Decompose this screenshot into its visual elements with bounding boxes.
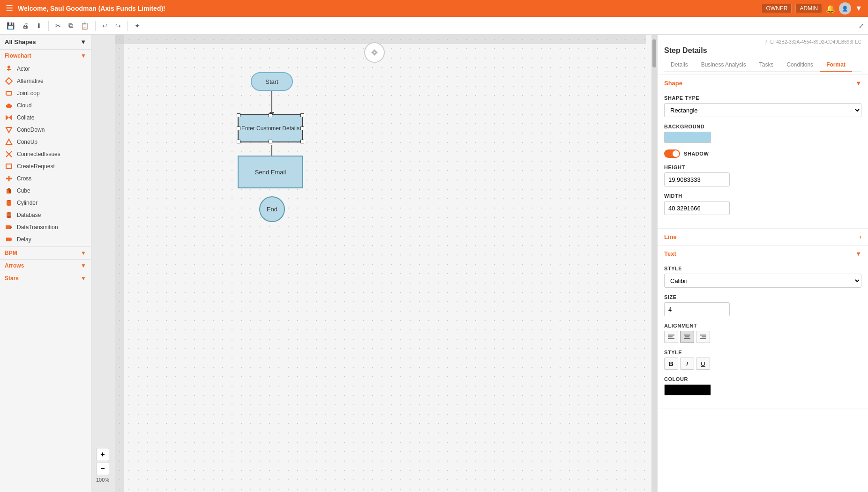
- conedown-icon: [5, 126, 13, 134]
- align-left-button[interactable]: [664, 331, 678, 343]
- shape-item-cylinder[interactable]: Cylinder: [0, 197, 91, 209]
- background-group: BACKGROUND: [664, 124, 861, 143]
- topbar-left: ☰ Welcome, Saul Goodman (Axis Funds Limi…: [6, 3, 165, 14]
- stars-section-header[interactable]: Stars ▼: [0, 272, 91, 284]
- handle-tm[interactable]: [269, 113, 272, 117]
- tab-format[interactable]: Format: [820, 59, 852, 72]
- svg-marker-12: [6, 139, 12, 144]
- tab-conditions[interactable]: Conditions: [780, 59, 820, 72]
- step-id: 7FEF42B2-332A-4554-89D2-CD49EB693FEC: [664, 39, 861, 45]
- shape-item-alternative[interactable]: Alternative: [0, 75, 91, 87]
- align-center-button[interactable]: [680, 331, 694, 343]
- format-content: Shape ▼ SHAPE TYPE Rectangle Circle Diam…: [658, 75, 868, 409]
- width-group: WIDTH: [664, 193, 861, 215]
- handle-bl[interactable]: [237, 140, 240, 143]
- menu-icon[interactable]: ☰: [6, 3, 13, 14]
- copy-button[interactable]: ⧉: [66, 20, 76, 31]
- zoom-in-button[interactable]: +: [96, 448, 109, 461]
- zoom-out-button[interactable]: −: [96, 462, 109, 475]
- bold-button[interactable]: B: [664, 358, 678, 370]
- cross-icon: [5, 174, 13, 183]
- canvas-area[interactable]: + − 100%: [91, 35, 657, 492]
- shadow-toggle[interactable]: [664, 149, 680, 158]
- alternative-icon: [5, 77, 13, 85]
- background-color-swatch[interactable]: [664, 132, 711, 143]
- shape-start[interactable]: Start: [251, 72, 293, 91]
- text-colour-swatch[interactable]: [664, 384, 711, 395]
- admin-button[interactable]: ADMIN: [795, 4, 822, 13]
- shape-item-conedown[interactable]: ConeDown: [0, 124, 91, 136]
- chevron-down-icon[interactable]: ▼: [855, 4, 862, 13]
- handle-tl[interactable]: [237, 113, 240, 117]
- shape-item-cube[interactable]: Cube: [0, 185, 91, 197]
- underline-button[interactable]: U: [696, 358, 710, 370]
- shape-item-cloud[interactable]: Cloud: [0, 99, 91, 112]
- redo-button[interactable]: ↪: [112, 20, 124, 31]
- shape-item-connectedissues[interactable]: ConnectedIssues: [0, 148, 91, 160]
- arrows-section-header[interactable]: Arrows ▼: [0, 259, 91, 272]
- separator-3: [127, 21, 128, 31]
- shape-section-header[interactable]: Shape ▼: [658, 75, 868, 91]
- svg-marker-9: [9, 115, 12, 120]
- save-button[interactable]: 💾: [4, 20, 17, 31]
- export-button[interactable]: ⬇: [33, 20, 45, 31]
- width-input[interactable]: [664, 201, 730, 215]
- shape-type-select[interactable]: Rectangle Circle Diamond Parallelogram: [664, 103, 861, 117]
- tab-details[interactable]: Details: [664, 59, 695, 72]
- tab-business-analysis[interactable]: Business Analysis: [695, 59, 753, 72]
- handle-br[interactable]: [300, 140, 304, 143]
- handle-ml[interactable]: [237, 127, 240, 130]
- alignment-label: ALIGNMENT: [664, 323, 861, 328]
- shape-enter[interactable]: Enter Customer Details: [238, 114, 303, 142]
- handle-mr[interactable]: [300, 127, 304, 130]
- text-style-label: STYLE: [664, 350, 861, 355]
- shape-item-collate[interactable]: Collate: [0, 112, 91, 124]
- shape-item-database[interactable]: Database: [0, 209, 91, 221]
- flowchart-chevron: ▼: [81, 52, 86, 59]
- expand-button[interactable]: ⤢: [859, 22, 864, 30]
- nav-circle[interactable]: [364, 42, 385, 63]
- flowchart-section-header[interactable]: Flowchart ▼: [0, 49, 91, 62]
- svg-rect-28: [6, 225, 10, 229]
- cut-button[interactable]: ✂: [52, 20, 64, 31]
- handle-tr[interactable]: [300, 113, 304, 117]
- italic-button[interactable]: I: [680, 358, 694, 370]
- scrollbar-thumb[interactable]: [652, 39, 656, 67]
- height-label: HEIGHT: [664, 164, 861, 170]
- height-input[interactable]: [664, 172, 730, 186]
- shape-item-cross[interactable]: Cross: [0, 172, 91, 185]
- shape-end[interactable]: End: [259, 196, 285, 222]
- shape-item-actor[interactable]: Actor: [0, 63, 91, 75]
- sidebar-collapse-icon[interactable]: ▼: [80, 38, 86, 45]
- shape-section: Shape ▼ SHAPE TYPE Rectangle Circle Diam…: [658, 75, 868, 229]
- avatar[interactable]: 👤: [839, 2, 851, 15]
- font-style-select[interactable]: Calibri Arial Times New Roman Helvetica: [664, 274, 861, 288]
- shape-item-delay[interactable]: Delay: [0, 233, 91, 246]
- topbar: ☰ Welcome, Saul Goodman (Axis Funds Limi…: [0, 0, 868, 17]
- shape-item-coneup[interactable]: ConeUp: [0, 136, 91, 148]
- font-size-input[interactable]: [664, 302, 730, 316]
- owner-button[interactable]: OWNER: [762, 4, 792, 13]
- right-panel-tabs: Details Business Analysis Tasks Conditio…: [664, 59, 861, 72]
- arrows-label: Arrows: [5, 262, 24, 269]
- align-right-button[interactable]: [696, 331, 710, 343]
- tab-tasks[interactable]: Tasks: [753, 59, 780, 72]
- shadow-label: SHADOW: [684, 151, 709, 157]
- shape-item-createrequest[interactable]: CreateRequest: [0, 160, 91, 172]
- line-section-header[interactable]: Line ›: [658, 229, 868, 246]
- handle-bm[interactable]: [269, 140, 272, 143]
- text-section-header[interactable]: Text ▼: [658, 246, 868, 262]
- shape-send-email[interactable]: Send Email: [238, 156, 303, 188]
- bpm-chevron: ▼: [81, 250, 86, 256]
- bpm-section-header[interactable]: BPM ▼: [0, 246, 91, 259]
- undo-button[interactable]: ↩: [99, 20, 111, 31]
- paste-button[interactable]: 📋: [78, 20, 91, 31]
- canvas-scrollbar[interactable]: [651, 35, 657, 492]
- print-button[interactable]: 🖨: [19, 20, 31, 31]
- toolbar: 💾 🖨 ⬇ ✂ ⧉ 📋 ↩ ↪ ✦ ⤢: [0, 17, 868, 35]
- shape-item-joinloop[interactable]: JoinLoop: [0, 87, 91, 99]
- diagram-canvas[interactable]: Start Enter Customer Details Send Email: [115, 35, 651, 492]
- star-button[interactable]: ✦: [132, 20, 143, 31]
- shape-item-datatransmition[interactable]: DataTransmition: [0, 221, 91, 233]
- notification-icon[interactable]: 🔔: [826, 4, 835, 13]
